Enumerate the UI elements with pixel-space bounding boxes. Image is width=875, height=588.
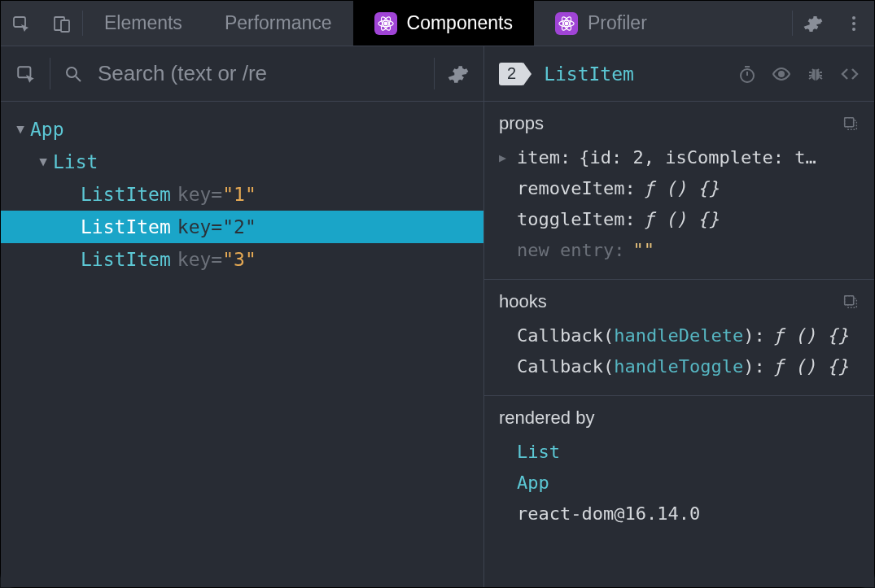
rendered-by-list: List App react-dom@16.14.0: [499, 437, 860, 529]
svg-point-11: [852, 16, 855, 20]
devtools-topbar: Elements Performance Components: [1, 1, 874, 46]
copy-icon[interactable]: [842, 115, 860, 133]
node-name: App: [30, 113, 64, 146]
node-name: ListItem: [81, 243, 171, 276]
topbar-left-icons: [1, 1, 82, 46]
select-component-icon[interactable]: [15, 63, 37, 85]
tree-node-app[interactable]: ▼ App: [1, 113, 483, 146]
bug-icon[interactable]: [806, 64, 825, 84]
svg-point-13: [852, 28, 855, 31]
render-count-badge: 2: [499, 63, 524, 85]
section-props: props ▶ item: {id: 2, isComplete: t…: [484, 102, 874, 280]
svg-rect-27: [845, 296, 854, 305]
svg-point-20: [779, 72, 784, 76]
tab-components[interactable]: Components: [353, 1, 534, 46]
stopwatch-icon[interactable]: [737, 64, 757, 84]
react-icon: [555, 12, 578, 35]
tab-label: Elements: [104, 12, 182, 34]
react-icon: [374, 12, 397, 35]
node-key: key="2": [177, 211, 256, 243]
prop-row[interactable]: ▶ toggleItem: ƒ () {}: [499, 204, 860, 235]
rendered-by-link[interactable]: List: [517, 437, 860, 468]
hook-row[interactable]: ▶ Callback(handleToggle): ƒ () {}: [499, 351, 860, 382]
prop-value: {id: 2, isComplete: t…: [579, 142, 816, 173]
tab-profiler[interactable]: Profiler: [534, 1, 668, 46]
svg-rect-2: [61, 20, 69, 32]
devtools-window: Elements Performance Components: [0, 0, 875, 588]
svg-line-16: [76, 76, 81, 81]
rendered-by-version: react-dom@16.14.0: [517, 499, 860, 529]
prop-row[interactable]: ▶ removeItem: ƒ () {}: [499, 173, 860, 204]
caret-right-icon: ▶: [499, 142, 517, 173]
topbar-right: [792, 1, 874, 46]
rendered-by-link[interactable]: App: [517, 468, 860, 499]
caret-down-icon: ▼: [37, 146, 50, 178]
toolbar-separator: [50, 58, 50, 89]
inspection-header: 2 ListItem: [484, 46, 874, 102]
toolbar-separator: [434, 58, 435, 89]
section-title: hooks: [499, 291, 860, 312]
search-input[interactable]: [96, 60, 421, 87]
svg-point-12: [852, 22, 855, 25]
selected-component-name: ListItem: [544, 63, 634, 85]
svg-point-7: [565, 22, 568, 25]
kebab-menu-icon[interactable]: [833, 1, 874, 46]
settings-icon[interactable]: [448, 63, 469, 85]
inspect-element-icon[interactable]: [1, 14, 42, 33]
svg-point-3: [384, 22, 387, 25]
prop-row[interactable]: ▶ item: {id: 2, isComplete: t…: [499, 142, 860, 173]
inspection-panel: 2 ListItem: [484, 46, 874, 587]
prop-row-new-entry[interactable]: ▶ new entry: "": [499, 235, 860, 266]
section-title: props: [499, 113, 860, 134]
svg-rect-0: [14, 17, 25, 27]
node-name: ListItem: [81, 178, 171, 211]
device-toolbar-icon[interactable]: [42, 14, 82, 33]
section-rendered-by: rendered by List App react-dom@16.14.0: [484, 396, 874, 542]
hook-value: ƒ () {}: [773, 320, 849, 351]
svg-rect-24: [845, 118, 854, 127]
prop-value: ƒ () {}: [644, 173, 720, 204]
node-key: key="1": [177, 178, 256, 211]
node-name: ListItem: [81, 211, 171, 243]
section-hooks: hooks ▶ Callback(handleDelete): ƒ () {}: [484, 280, 874, 396]
tab-label: Components: [407, 12, 513, 34]
section-title: rendered by: [499, 407, 860, 429]
tree-node-listitem[interactable]: ListItem key="3": [1, 243, 483, 276]
source-icon[interactable]: [840, 64, 860, 84]
tree-node-list[interactable]: ▼ List: [1, 146, 483, 178]
prop-value: ƒ () {}: [644, 204, 720, 235]
component-tree-panel: ▼ App ▼ List ListItem key="1" ListItem: [1, 46, 484, 587]
tab-performance[interactable]: Performance: [203, 1, 353, 46]
svg-point-15: [67, 68, 77, 77]
tab-elements[interactable]: Elements: [83, 1, 203, 46]
eye-icon[interactable]: [772, 64, 791, 84]
hook-value: ƒ () {}: [773, 351, 849, 382]
search-icon: [63, 64, 83, 84]
tab-label: Performance: [225, 12, 332, 34]
body: ▼ App ▼ List ListItem key="1" ListItem: [1, 46, 874, 587]
tab-label: Profiler: [588, 12, 647, 34]
settings-icon[interactable]: [793, 1, 833, 46]
caret-down-icon: ▼: [14, 113, 27, 146]
prop-value[interactable]: "": [632, 240, 654, 260]
tree-node-listitem-selected[interactable]: ListItem key="2": [1, 211, 483, 243]
svg-rect-14: [18, 67, 30, 77]
tree-toolbar: [1, 46, 483, 102]
node-key: key="3": [177, 243, 256, 276]
node-name: List: [53, 146, 98, 178]
component-tree: ▼ App ▼ List ListItem key="1" ListItem: [1, 102, 483, 587]
hook-row[interactable]: ▶ Callback(handleDelete): ƒ () {}: [499, 320, 860, 351]
copy-icon[interactable]: [842, 293, 860, 311]
tree-node-listitem[interactable]: ListItem key="1": [1, 178, 483, 211]
